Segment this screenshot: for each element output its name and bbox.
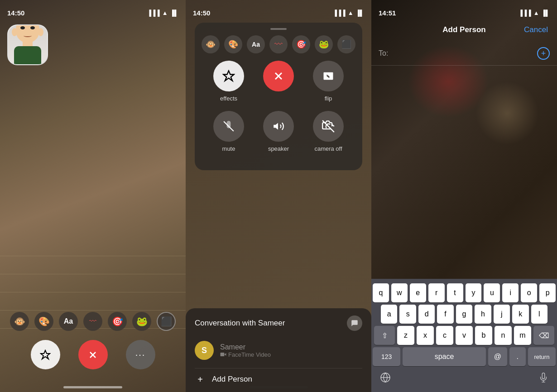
effects-button[interactable]: [31, 340, 60, 369]
circle-effect-icon[interactable]: 🎯: [108, 312, 127, 331]
end-call-button[interactable]: [78, 340, 108, 369]
frog-effect-icon[interactable]: 🐸: [132, 312, 151, 331]
sheet-flip-button[interactable]: [313, 61, 344, 91]
microphone-icon-button[interactable]: [464, 373, 548, 382]
sheet-controls-row1: effects flip: [199, 61, 358, 102]
key-r[interactable]: r: [428, 283, 445, 302]
key-u[interactable]: u: [484, 283, 500, 302]
person-avatar: S: [195, 341, 214, 360]
numbers-key[interactable]: 123: [373, 347, 400, 366]
key-b[interactable]: b: [475, 326, 492, 345]
sheet-handle: [270, 28, 287, 30]
sheet-end-call-button[interactable]: [263, 61, 294, 91]
key-p[interactable]: p: [539, 283, 556, 302]
control-row: ···: [0, 340, 186, 369]
key-i[interactable]: i: [502, 283, 519, 302]
svg-rect-4: [221, 353, 225, 356]
conversation-person: S Sameer FaceTime Video: [195, 338, 362, 363]
colorwheel-effect-icon[interactable]: 🎨: [34, 312, 53, 331]
wifi-icon: ▲: [162, 10, 168, 16]
recipient-input[interactable]: [392, 49, 537, 57]
scribble-sheet-icon[interactable]: 〰: [269, 35, 288, 53]
clone-sheet-icon[interactable]: ⬛: [337, 35, 355, 53]
key-o[interactable]: o: [521, 283, 537, 302]
globe-icon-button[interactable]: [380, 372, 464, 383]
circle-sheet-icon[interactable]: 🎯: [292, 35, 310, 53]
key-t[interactable]: t: [447, 283, 463, 302]
message-icon-button[interactable]: [347, 316, 362, 331]
key-s[interactable]: s: [399, 305, 416, 324]
conversation-section: Conversation with Sameer S Sameer FaceTi…: [186, 308, 371, 392]
svg-marker-1: [274, 123, 278, 129]
status-icons-p2: ▐▐▐ ▲ ▐▌: [333, 10, 364, 16]
period-key[interactable]: .: [509, 347, 526, 366]
key-q[interactable]: q: [373, 283, 389, 302]
add-person-screen-title: Add Person: [436, 25, 492, 34]
key-m[interactable]: m: [514, 326, 531, 345]
memoji-ear-right: [38, 28, 43, 36]
conversation-header: Conversation with Sameer: [195, 316, 362, 331]
monkey-effect-icon[interactable]: 🐵: [10, 312, 29, 331]
sheet-speaker-button[interactable]: [263, 111, 294, 142]
keyboard: q w e r t y u i o p a s d f g h j k l ⇧ …: [371, 279, 557, 392]
mute-control: mute: [213, 111, 244, 152]
effects-control: effects: [213, 61, 244, 102]
colorwheel-sheet-icon[interactable]: 🎨: [224, 35, 242, 53]
more-options-button[interactable]: ···: [126, 340, 155, 369]
return-key[interactable]: return: [528, 347, 556, 366]
sheet-camera-off-button[interactable]: [313, 111, 344, 142]
key-y[interactable]: y: [466, 283, 482, 302]
wifi-icon-p3: ▲: [533, 10, 539, 16]
key-d[interactable]: d: [418, 305, 435, 324]
conversation-title: Conversation with Sameer: [195, 319, 285, 328]
add-contact-button[interactable]: +: [537, 47, 550, 60]
key-n[interactable]: n: [495, 326, 512, 345]
key-c[interactable]: c: [436, 326, 453, 345]
sheet-effects-button[interactable]: [213, 61, 244, 91]
key-x[interactable]: x: [417, 326, 434, 345]
key-a[interactable]: a: [381, 305, 397, 324]
key-f[interactable]: f: [437, 305, 453, 324]
signal-icon-p3: ▐▐▐: [519, 10, 531, 16]
add-person-icon: +: [195, 374, 206, 385]
delete-key[interactable]: ⌫: [533, 326, 554, 345]
key-e[interactable]: e: [410, 283, 426, 302]
battery-icon: ▐▌: [170, 10, 178, 16]
text-sheet-icon[interactable]: Aa: [247, 35, 265, 53]
memoji-body: [14, 46, 41, 65]
scribble-effect-icon[interactable]: 〰: [83, 312, 102, 331]
status-bar-panel2: 14:50 ▐▐▐ ▲ ▐▌: [186, 0, 371, 20]
cancel-button[interactable]: Cancel: [524, 25, 548, 34]
key-w[interactable]: w: [391, 283, 408, 302]
svg-marker-3: [224, 353, 226, 356]
add-person-row[interactable]: + Add Person: [195, 374, 362, 385]
time-label-p2: 14:50: [193, 9, 210, 17]
sheet-mute-button[interactable]: [213, 111, 244, 142]
key-j[interactable]: j: [494, 305, 510, 324]
monkey-sheet-icon[interactable]: 🐵: [202, 35, 220, 53]
key-h[interactable]: h: [475, 305, 491, 324]
at-key[interactable]: @: [488, 347, 507, 366]
text-effect-icon[interactable]: Aa: [59, 312, 78, 331]
key-g[interactable]: g: [456, 305, 472, 324]
effects-row: 🐵 🎨 Aa 〰 🎯 🐸 ⬛: [0, 312, 186, 331]
key-z[interactable]: z: [397, 326, 414, 345]
key-v[interactable]: v: [456, 326, 473, 345]
clone-effect-icon[interactable]: ⬛: [157, 312, 176, 331]
key-k[interactable]: k: [512, 305, 528, 324]
shift-key[interactable]: ⇧: [374, 326, 395, 345]
end-call-control: [263, 61, 294, 102]
key-l[interactable]: l: [531, 305, 547, 324]
status-icons: ▐▐▐ ▲ ▐▌: [147, 10, 178, 16]
frog-sheet-icon[interactable]: 🐸: [315, 35, 333, 53]
status-bar-panel1: 14:50 ▐▐▐ ▲ ▐▌: [0, 0, 186, 20]
person-subtitle: FaceTime Video: [220, 351, 362, 358]
sheet-controls-row2: mute speaker: [199, 111, 358, 152]
sheet-effects-row: 🐵 🎨 Aa 〰 🎯 🐸 ⬛: [199, 35, 358, 53]
keyboard-row1: q w e r t y u i o p: [373, 283, 556, 302]
effects-label: effects: [220, 95, 237, 102]
battery-icon-p3: ▐▌: [542, 10, 550, 16]
camera-off-label: camera off: [314, 145, 342, 152]
space-key[interactable]: space: [403, 347, 486, 366]
keyboard-row3: ⇧ z x c v b n m ⌫: [373, 326, 556, 345]
